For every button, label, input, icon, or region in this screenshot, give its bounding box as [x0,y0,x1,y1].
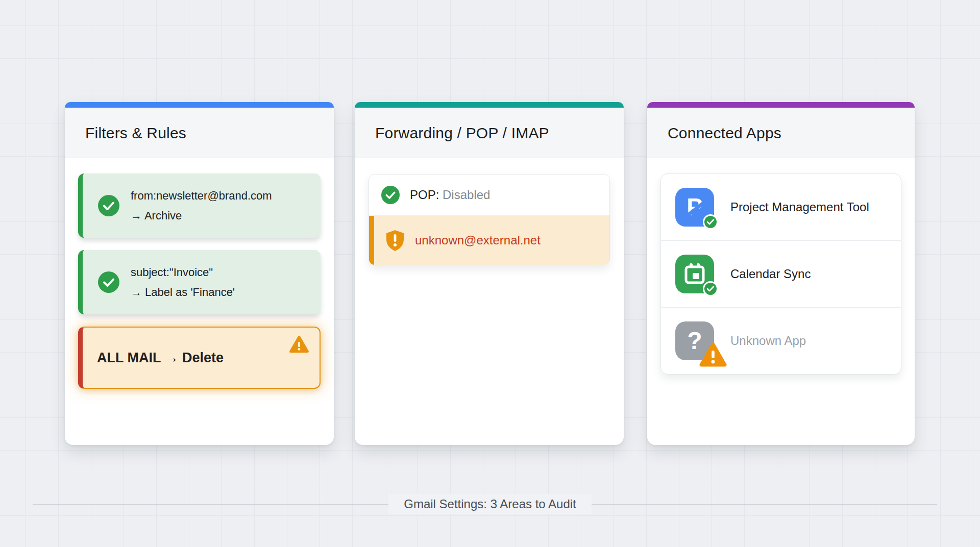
rule-text: ALL MAIL → Delete [97,350,224,365]
badge-warning-triangle-icon [699,342,727,367]
question-icon: ? [675,321,714,360]
pop-status-text: POP: Disabled [410,188,490,202]
warning-triangle-icon [289,335,309,354]
check-circle-icon [98,271,119,293]
filters-card-header: Filters & Rules [65,108,334,158]
page-background: { "colors": { "background": "#edeff3", "… [0,0,980,547]
check-circle-icon [381,186,400,204]
app-name: Calendar Sync [730,267,811,281]
connected-apps-card: Connected Apps P Project Management Tool [647,102,915,445]
app-name: Project Management Tool [730,200,869,214]
project-management-icon: P [675,188,714,227]
filter-rule-newsletter[interactable]: from:newsletter@brand.com → Archive [78,173,321,238]
rule-action: → Archive [131,206,272,226]
forwarding-card: Forwarding / POP / IMAP POP: Disabled un… [355,102,624,445]
rule-text: from:newsletter@brand.com → Archive [131,186,272,226]
app-row-calendar-sync[interactable]: Calendar Sync [661,241,901,308]
forwarding-accent-bar [355,102,624,108]
forwarding-card-header: Forwarding / POP / IMAP [355,108,624,158]
forwarding-card-title: Forwarding / POP / IMAP [375,125,603,142]
filter-rule-invoice[interactable]: subject:"Invoice" → Label as 'Finance' [78,250,321,314]
apps-card-header: Connected Apps [647,108,915,158]
rule-text: subject:"Invoice" → Label as 'Finance' [131,262,235,302]
forwarding-status-box: POP: Disabled unknown@external.net [369,174,610,265]
pop-label: POP: [410,188,439,202]
filter-rule-all-mail-delete[interactable]: ALL MAIL → Delete [78,327,321,389]
filters-card-body: from:newsletter@brand.com → Archive subj… [65,158,334,414]
apps-accent-bar [647,102,915,108]
forwarding-warning-row[interactable]: unknown@external.net [369,216,609,265]
filters-card: Filters & Rules from:newsletter@brand.co… [65,102,334,445]
apps-card-title: Connected Apps [668,125,894,142]
badge-check-icon [703,214,718,230]
filters-accent-bar [65,102,334,108]
badge-check-icon [703,281,718,296]
pop-value: Disabled [443,188,490,202]
app-row-project-management[interactable]: P Project Management Tool [661,174,901,241]
check-circle-icon [98,195,119,216]
pop-status-row[interactable]: POP: Disabled [369,175,609,216]
rule-action: → Label as 'Finance' [131,282,235,302]
rule-condition: subject:"Invoice" [131,262,235,282]
app-row-unknown-app[interactable]: ? Unknown App [661,308,901,374]
forwarding-address: unknown@external.net [415,233,541,247]
footer-caption: Gmail Settings: 3 Areas to Audit [0,494,980,514]
filters-card-title: Filters & Rules [85,125,313,142]
rule-condition: from:newsletter@brand.com [131,186,272,206]
calendar-icon [675,255,714,293]
app-name: Unknown App [730,334,806,348]
connected-apps-list: P Project Management Tool [660,173,901,375]
shield-warning-icon [385,229,405,252]
